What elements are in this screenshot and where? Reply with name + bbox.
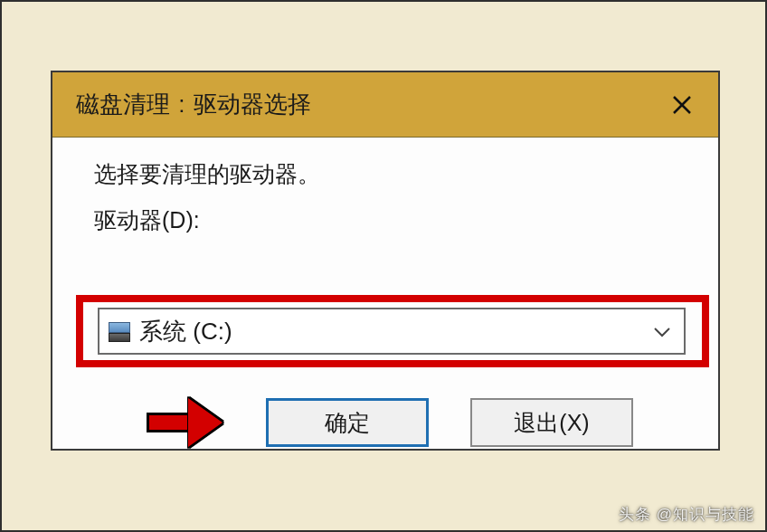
- ok-button[interactable]: 确定: [266, 398, 429, 447]
- exit-button[interactable]: 退出(X): [470, 398, 633, 447]
- chevron-down-icon: [653, 321, 671, 342]
- dialog-title: 磁盘清理 : 驱动器选择: [76, 89, 311, 120]
- drive-select-value: 系统 (C:): [139, 316, 653, 347]
- dialog-body: 选择要清理的驱动器。 驱动器(D):: [52, 138, 718, 235]
- disk-cleanup-dialog: 磁盘清理 : 驱动器选择 选择要清理的驱动器。 驱动器(D): 系统 (C:): [51, 71, 720, 451]
- titlebar[interactable]: 磁盘清理 : 驱动器选择: [52, 72, 718, 138]
- button-row: 确定 退出(X): [52, 398, 718, 447]
- close-icon[interactable]: [664, 87, 700, 123]
- annotation-arrow-icon: [143, 400, 224, 445]
- drive-select[interactable]: 系统 (C:): [98, 308, 686, 355]
- drive-icon: [109, 320, 130, 342]
- drive-label: 驱动器(D):: [94, 205, 691, 235]
- screenshot-canvas: 磁盘清理 : 驱动器选择 选择要清理的驱动器。 驱动器(D): 系统 (C:): [0, 0, 767, 532]
- instruction-text: 选择要清理的驱动器。: [94, 159, 691, 189]
- watermark-text: 头条 @知识与技能: [619, 504, 754, 525]
